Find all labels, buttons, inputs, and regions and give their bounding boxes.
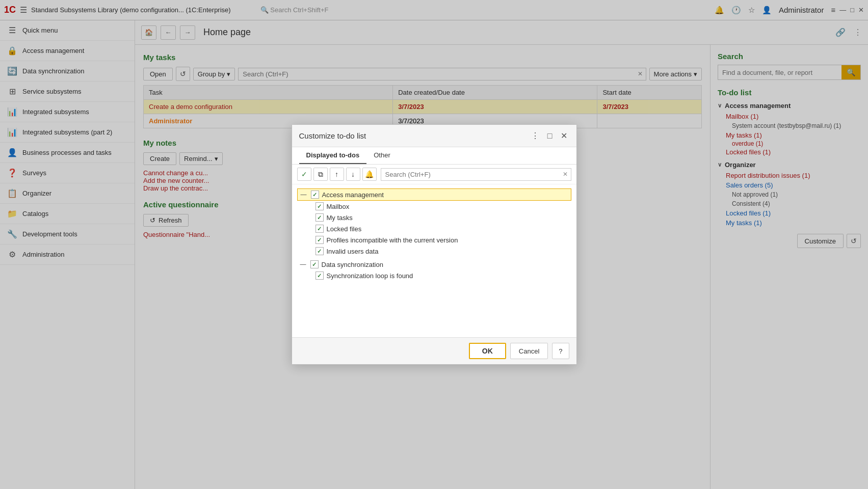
cancel-button[interactable]: Cancel (510, 343, 548, 359)
locked-files-label: Locked files (327, 225, 362, 233)
dialog-group-access: — Access management Mailbox My tasks Loc… (297, 188, 571, 257)
my-tasks-sub-label: My tasks (327, 214, 353, 222)
sync-loop-label: Synchronization loop is found (327, 272, 413, 280)
sync-group-checkbox[interactable] (310, 260, 319, 268)
dialog-overlay: Customize to-do list ⋮ □ ✕ Displayed to-… (0, 0, 868, 489)
dialog-group-header-sync[interactable]: — Data synchronization (297, 259, 571, 270)
dialog-sub-invalid-users: Invalid users data (297, 246, 571, 257)
collapse-sync-icon[interactable]: — (299, 261, 307, 268)
tab-other[interactable]: Other (366, 147, 398, 164)
dialog-sub-sync-loop: Synchronization loop is found (297, 270, 571, 281)
bell-button[interactable]: 🔔 (362, 168, 377, 181)
sync-loop-checkbox[interactable] (315, 271, 324, 280)
dialog-search-input[interactable] (381, 169, 560, 180)
move-down-button[interactable]: ↓ (346, 168, 360, 181)
dialog-sub-locked-files: Locked files (297, 223, 571, 234)
dialog-footer: OK Cancel ? (292, 337, 576, 364)
dialog-toolbar: ✓ ⧉ ↑ ↓ 🔔 ✕ (292, 165, 576, 184)
move-up-button[interactable]: ↑ (330, 168, 344, 181)
locked-files-checkbox[interactable] (315, 225, 324, 233)
customize-todo-dialog: Customize to-do list ⋮ □ ✕ Displayed to-… (292, 124, 577, 365)
dialog-sub-profiles-incompat: Profiles incompatible with the current v… (297, 234, 571, 246)
my-tasks-checkbox[interactable] (315, 213, 324, 222)
dialog-more-icon[interactable]: ⋮ (529, 130, 541, 142)
dialog-sub-my-tasks: My tasks (297, 212, 571, 223)
mailbox-label: Mailbox (327, 203, 350, 210)
dialog-tabs: Displayed to-dos Other (292, 147, 576, 165)
dialog-header-icons: ⋮ □ ✕ (529, 130, 569, 142)
sync-group-label: Data synchronization (322, 261, 383, 268)
tab-displayed-todos[interactable]: Displayed to-dos (299, 147, 367, 164)
dialog-title: Customize to-do list (299, 131, 529, 140)
profiles-incompat-label: Profiles incompatible with the current v… (327, 236, 458, 244)
collapse-access-icon[interactable]: — (300, 191, 308, 198)
access-group-label: Access management (322, 191, 384, 199)
dialog-group-header-access[interactable]: — Access management (297, 188, 571, 201)
profiles-incompat-checkbox[interactable] (315, 236, 324, 244)
dialog-sub-mailbox: Mailbox (297, 201, 571, 212)
dialog-close-icon[interactable]: ✕ (559, 130, 569, 142)
copy-button[interactable]: ⧉ (313, 168, 328, 181)
invalid-users-label: Invalid users data (327, 248, 379, 255)
dialog-search-clear-icon[interactable]: ✕ (560, 169, 571, 180)
ok-button[interactable]: OK (469, 343, 506, 359)
dialog-group-data-sync: — Data synchronization Synchronization l… (297, 259, 571, 281)
dialog-header: Customize to-do list ⋮ □ ✕ (292, 125, 576, 147)
help-button[interactable]: ? (552, 343, 569, 359)
access-group-checkbox[interactable] (311, 191, 319, 199)
dialog-list: — Access management Mailbox My tasks Loc… (292, 184, 576, 337)
dialog-search-box: ✕ (381, 168, 571, 181)
check-button[interactable]: ✓ (297, 168, 311, 181)
mailbox-checkbox[interactable] (315, 202, 324, 210)
invalid-users-checkbox[interactable] (315, 247, 324, 255)
dialog-maximize-icon[interactable]: □ (545, 130, 555, 142)
